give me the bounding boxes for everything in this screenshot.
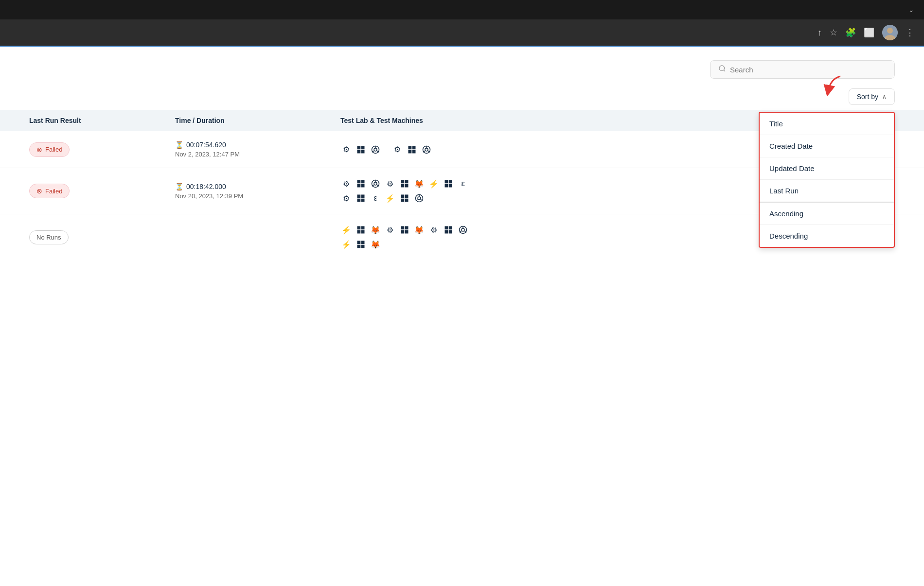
- svg-rect-30: [361, 184, 365, 188]
- duration-2: ⏳ 00:18:42.000: [175, 183, 331, 190]
- sort-option-created-date[interactable]: Created Date: [760, 135, 894, 157]
- svg-rect-65: [401, 226, 405, 230]
- status-cell-2: ⊗ Failed: [29, 184, 165, 198]
- windows-icon: [406, 144, 418, 155]
- search-area: [0, 47, 924, 88]
- date-1: Nov 2, 2023, 12:47 PM: [175, 151, 331, 158]
- svg-point-73: [462, 228, 464, 231]
- svg-rect-15: [412, 146, 416, 149]
- star-icon[interactable]: ☆: [830, 27, 837, 38]
- extension-icon[interactable]: 🧩: [845, 27, 856, 38]
- svg-rect-5: [357, 146, 361, 149]
- failed-icon-1: ⊗: [36, 146, 42, 154]
- svg-rect-16: [408, 150, 411, 153]
- svg-point-52: [418, 197, 421, 200]
- date-2: Nov 20, 2023, 12:39 PM: [175, 192, 331, 200]
- avatar[interactable]: [882, 25, 898, 40]
- windows-icon: [355, 224, 367, 236]
- chrome-icon: [421, 144, 432, 155]
- svg-rect-41: [449, 180, 452, 184]
- svg-rect-80: [357, 245, 361, 248]
- svg-rect-62: [361, 226, 365, 230]
- windows-icon: [443, 224, 454, 236]
- icons-line-3b: ⚡ 🦊: [340, 239, 827, 250]
- gear-icon: ⚙: [340, 144, 352, 155]
- chevron-down-icon[interactable]: ⌄: [908, 6, 914, 14]
- svg-rect-72: [449, 230, 452, 234]
- chrome-icon: [370, 178, 381, 190]
- gear-icon: ⚙: [391, 144, 403, 155]
- svg-rect-48: [401, 195, 405, 198]
- browser-icons-3: ⚡ 🦊 ⚙ 🦊 ⚙: [340, 224, 827, 250]
- icons-line-1: ⚙ ⚙ 🦊 ⚡ ε: [340, 178, 827, 190]
- svg-rect-63: [357, 230, 361, 234]
- sort-chevron-up-icon: ∧: [882, 93, 887, 100]
- windows-icon: [355, 239, 367, 250]
- svg-rect-44: [357, 195, 361, 198]
- sort-option-last-run[interactable]: Last Run: [760, 180, 894, 203]
- svg-rect-8: [361, 150, 365, 153]
- svg-rect-69: [445, 226, 448, 230]
- windows-icon: [399, 192, 410, 204]
- svg-point-1: [887, 28, 893, 34]
- sort-option-ascending[interactable]: Ascending: [760, 203, 894, 225]
- svg-rect-81: [361, 245, 365, 248]
- browser-icons-1: ⚙ ⚙: [340, 144, 827, 155]
- svg-rect-50: [401, 199, 405, 202]
- main-content: Sort by ∧ Title Created Date Updated Dat…: [0, 47, 924, 586]
- search-box: [710, 60, 895, 79]
- svg-rect-46: [357, 199, 361, 202]
- hourglass-icon-2: ⏳: [175, 183, 183, 190]
- status-badge-failed-2: ⊗ Failed: [29, 184, 70, 198]
- gear-icon: ⚙: [428, 224, 440, 236]
- windows-icon: [355, 178, 367, 190]
- svg-rect-27: [357, 180, 361, 184]
- svg-rect-36: [401, 180, 405, 184]
- svg-line-4: [724, 70, 725, 71]
- browser-bar: ↑ ☆ 🧩 ⬜ ⋮: [0, 19, 924, 47]
- windows-icon: [355, 192, 367, 204]
- svg-rect-67: [401, 230, 405, 234]
- svg-rect-66: [405, 226, 409, 230]
- sort-option-title[interactable]: Title: [760, 113, 894, 135]
- chrome-icon: [413, 192, 425, 204]
- svg-rect-7: [357, 150, 361, 153]
- menu-icon[interactable]: ⋮: [906, 27, 914, 38]
- svg-rect-40: [445, 180, 448, 184]
- col-last-run-result: Last Run Result: [29, 117, 165, 124]
- svg-rect-61: [357, 226, 361, 230]
- firefox-icon: 🦊: [370, 224, 381, 236]
- chrome-icon: [370, 144, 381, 155]
- windows-icon: [443, 178, 454, 190]
- svg-point-3: [719, 66, 725, 71]
- windows-icon: [355, 144, 367, 155]
- sort-by-label: Sort by: [857, 93, 878, 101]
- sort-option-updated-date[interactable]: Updated Date: [760, 157, 894, 180]
- share-icon[interactable]: ↑: [817, 28, 822, 38]
- status-badge-failed-1: ⊗ Failed: [29, 142, 70, 157]
- time-cell-1: ⏳ 00:07:54.620 Nov 2, 2023, 12:47 PM: [175, 141, 331, 158]
- svg-rect-28: [361, 180, 365, 184]
- edge-icon: ε: [370, 192, 381, 204]
- svg-rect-70: [449, 226, 452, 230]
- status-badge-no-runs: No Runs: [29, 230, 69, 244]
- split-view-icon[interactable]: ⬜: [864, 27, 874, 38]
- annotation-arrow: [821, 74, 845, 100]
- search-icon: [718, 65, 726, 74]
- sort-option-descending[interactable]: Descending: [760, 225, 894, 247]
- col-time-duration: Time / Duration: [175, 117, 331, 124]
- svg-rect-43: [449, 184, 452, 188]
- search-input[interactable]: [730, 66, 887, 74]
- gear-icon: ⚙: [340, 178, 352, 190]
- svg-rect-37: [405, 180, 409, 184]
- icons-line-3a: ⚡ 🦊 ⚙ 🦊 ⚙: [340, 224, 827, 236]
- svg-rect-71: [445, 230, 448, 234]
- svg-rect-14: [408, 146, 411, 149]
- status-cell-3: No Runs: [29, 230, 165, 244]
- sort-by-button[interactable]: Sort by ∧: [849, 88, 895, 105]
- browser-icons-2: ⚙ ⚙ 🦊 ⚡ ε: [340, 178, 827, 204]
- col-test-lab: Test Lab & Test Machines: [340, 117, 827, 124]
- edge-icon: ε: [457, 178, 469, 190]
- svg-rect-17: [412, 150, 416, 153]
- lightning-icon: ⚡: [340, 239, 352, 250]
